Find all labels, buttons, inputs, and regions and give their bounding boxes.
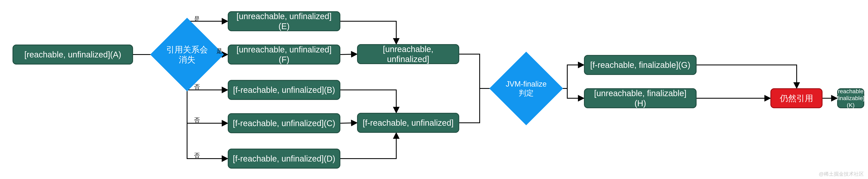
node-h: [unreachable, finalizable](H)	[584, 88, 696, 108]
node-b: [f-reachable, unfinalized](B)	[228, 80, 340, 100]
node-m1-label: [unreachable, unfinalized]	[362, 44, 454, 64]
node-still-ref: 仍然引用	[770, 88, 823, 108]
node-d: [f-reachable, unfinalized](D)	[228, 149, 340, 169]
decision-ref-lost: 引用关系会消失	[161, 29, 213, 80]
edge-label-yes-1: 是	[194, 15, 200, 23]
node-a-label: [reachable, unfinalized](A)	[24, 49, 121, 60]
node-m2-label: [f-reachable, unfinalized]	[363, 118, 454, 128]
node-c: [f-reachable, unfinalized](C)	[228, 113, 340, 133]
node-e-label: [unreachable, unfinalized](E)	[233, 11, 335, 31]
node-m2-freachable: [f-reachable, unfinalized]	[357, 113, 459, 133]
node-k-label: [reachable, finalizable](K)	[836, 88, 865, 109]
node-g: [f-reachable, finalizable](G)	[584, 55, 696, 75]
node-g-label: [f-reachable, finalizable](G)	[590, 60, 690, 70]
decision-jvm-finalize: JVM-finalize判定	[500, 63, 552, 114]
node-c-label: [f-reachable, unfinalized](C)	[233, 118, 335, 128]
edge-label-no-3: 否	[194, 151, 200, 159]
node-e: [unreachable, unfinalized](E)	[228, 11, 340, 31]
node-f-label: [unreachable, unfinalized](F)	[233, 44, 335, 65]
node-m1-unreachable: [unreachable, unfinalized]	[357, 44, 459, 64]
node-h-label: [unreachable, finalizable](H)	[589, 88, 691, 108]
edge-label-no-2: 否	[194, 116, 200, 124]
decision-ref-lost-label: 引用关系会消失	[164, 44, 210, 65]
node-f: [unreachable, unfinalized](F)	[228, 44, 340, 65]
node-k: [reachable, finalizable](K)	[837, 88, 864, 108]
node-still-ref-label: 仍然引用	[780, 93, 813, 103]
edge-label-no-1: 否	[194, 83, 200, 91]
node-b-label: [f-reachable, unfinalized](B)	[233, 85, 335, 95]
flowchart-edges	[0, 0, 868, 179]
watermark: @稀土掘金技术社区	[819, 171, 864, 177]
edge-label-yes-2: 是	[216, 47, 222, 55]
node-d-label: [f-reachable, unfinalized](D)	[233, 154, 335, 164]
node-a: [reachable, unfinalized](A)	[12, 44, 133, 65]
decision-jvm-finalize-label: JVM-finalize判定	[503, 79, 549, 98]
